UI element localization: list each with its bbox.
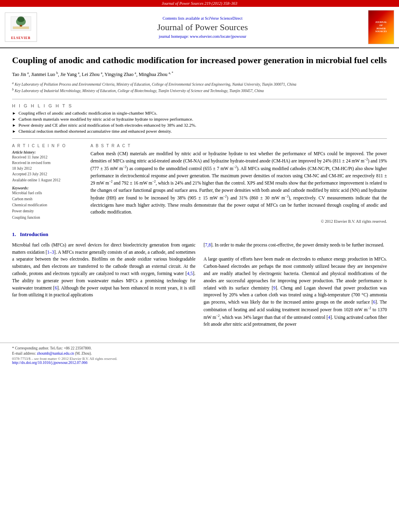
keywords-label: Keywords: [12, 186, 82, 190]
ref-6[interactable]: 6 [55, 286, 57, 290]
email-label: E-mail address: [12, 351, 37, 355]
cover-title-2: OF [375, 24, 387, 27]
highlight-arrow-1: ► [12, 111, 16, 115]
journal-cover-box: JOURNAL OF POWER SOURCES [368, 10, 394, 44]
elsevier-tree-icon [9, 14, 33, 35]
author-minghua-zhou: Minghua Zhou a, * [139, 72, 173, 77]
elsevier-brand-text: ELSEVIER [7, 36, 35, 40]
divider-after-affiliations [12, 99, 387, 99]
issn-text: 0378-7753/$ – see front matter © 2012 El… [12, 357, 117, 361]
received-date: Received 11 June 2012 [12, 154, 82, 160]
journal-cover-image: JOURNAL OF POWER SOURCES [368, 10, 394, 44]
authors-line: Tao Jin a, Jianmei Luo b, Jie Yang a, Le… [12, 71, 387, 78]
homepage-link-text[interactable]: www.elsevier.com/locate/jpowsour [190, 34, 246, 39]
sciverse-link[interactable]: Contents lists available at SciVerse Sci… [37, 16, 368, 21]
author-lei-zhou: Lei Zhou a, [82, 72, 104, 77]
cover-title-4: SOURCES [375, 30, 387, 33]
highlight-arrow-4: ► [12, 129, 16, 134]
svg-rect-4 [13, 27, 29, 29]
article-info-title: A R T I C L E I N F O [12, 144, 82, 148]
footer-area: * Corresponding author. Tel./fax: +86 22… [0, 343, 399, 365]
journal-header-center: Contents lists available at SciVerse Sci… [37, 16, 368, 39]
ref-4-5[interactable]: 4,5 [187, 271, 193, 276]
keywords-block: Keywords: Microbial fuel cells Carbon me… [12, 186, 82, 221]
accepted-date: Accepted 23 July 2012 [12, 171, 82, 177]
intro-left-col: Microbial fuel cells (MFCs) are novel de… [12, 242, 195, 328]
author-jie-yang: Jie Yang a, [60, 72, 82, 77]
abstract-title: A B S T R A C T [90, 144, 387, 148]
journal-title: Journal of Power Sources [37, 22, 368, 33]
affiliation-a: a Key Laboratory of Pollution Process an… [12, 81, 387, 87]
sciverse-link-text[interactable]: SciVerse ScienceDirect [205, 16, 243, 21]
author-jianmei-luo: Jianmei Luo b, [31, 72, 60, 77]
doi-line: http://dx.doi.org/10.1016/j.jpowsour.201… [12, 361, 387, 365]
email-footnote: E-mail address: zhoumh@nankai.edu.cn (M.… [12, 351, 387, 355]
elsevier-logo: ELSEVIER [5, 12, 37, 42]
journal-citation-bar: Journal of Power Sources 219 (2012) 358–… [0, 0, 399, 7]
introduction-body-columns: Microbial fuel cells (MFCs) are novel de… [12, 242, 387, 328]
highlight-item-1: ► Coupling effect of anodic and cathodic… [12, 111, 387, 115]
keyword-2: Carbon mesh [12, 196, 82, 202]
section-1-title: 1. Introduction [12, 231, 387, 238]
corresponding-author-note: * Corresponding author. Tel./fax: +86 22… [12, 346, 387, 350]
highlights-title: H I G H L I G H T S [12, 103, 387, 108]
email-link[interactable]: zhoumh@nankai.edu.cn [37, 351, 74, 355]
highlight-item-4: ► Chemical reduction method shortened ac… [12, 129, 387, 134]
article-title: Coupling of anodic and cathodic modifica… [12, 55, 387, 66]
journal-citation-text: Journal of Power Sources 219 (2012) 358–… [162, 1, 237, 6]
highlight-arrow-3: ► [12, 123, 16, 127]
svg-point-2 [17, 16, 25, 22]
highlight-text-4: Chemical reduction method shortened accu… [19, 129, 172, 134]
section-1-number: 1. [12, 231, 16, 237]
section-1-heading: Introduction [20, 231, 49, 237]
intro-right-col: [7,8]. In order to make the process cost… [204, 242, 387, 328]
ref-1-3[interactable]: 1–3 [47, 250, 54, 255]
journal-homepage[interactable]: journal homepage: www.elsevier.com/locat… [37, 34, 368, 39]
cover-title: JOURNAL [375, 21, 387, 24]
received-revised-label: Received in revised form [12, 160, 82, 166]
author-yingying-zhao: Yingying Zhao a, [105, 72, 139, 77]
ref-6b[interactable]: 6 [373, 300, 376, 304]
main-content: Coupling of anodic and cathodic modifica… [0, 48, 399, 335]
highlights-section: H I G H L I G H T S ► Coupling effect of… [12, 103, 387, 134]
affiliation-b: b Key Laboratory of Industrial Microbiol… [12, 87, 387, 94]
copyright-line: © 2012 Elsevier B.V. All rights reserved… [90, 219, 387, 224]
history-label: Article history: [12, 150, 82, 154]
ref-9[interactable]: 9 [273, 286, 276, 290]
author-tao-jin: Tao Jin a, [12, 72, 31, 77]
article-info-column: A R T I C L E I N F O Article history: R… [12, 144, 82, 224]
available-date: Available online 1 August 2012 [12, 177, 82, 183]
received-revised-date: 18 July 2012 [12, 166, 82, 171]
cover-title-3: POWER [375, 27, 387, 31]
keyword-4: Power density [12, 208, 82, 214]
keyword-3: Chemical modification [12, 202, 82, 208]
highlight-text-3: Power density and CE after nitric acid m… [19, 123, 196, 127]
affiliations: a Key Laboratory of Pollution Process an… [12, 81, 387, 94]
abstract-column: A B S T R A C T Carbon mesh (CM) materia… [90, 144, 387, 224]
article-history-block: Article history: Received 11 June 2012 R… [12, 150, 82, 183]
highlight-text-1: Coupling effect of anodic and cathodic m… [19, 111, 157, 115]
highlight-text-2: Carbon mesh materials were modified by n… [19, 117, 193, 121]
doi-link[interactable]: http://dx.doi.org/10.1016/j.jpowsour.201… [12, 361, 87, 365]
journal-header: ELSEVIER Contents lists available at Sci… [0, 7, 399, 48]
elsevier-logo-box: ELSEVIER [5, 12, 37, 42]
section-introduction: 1. Introduction Microbial fuel cells (MF… [12, 231, 387, 328]
ref-7-8[interactable]: 7,8 [205, 242, 211, 247]
divider-after-highlights [12, 138, 387, 139]
sciverse-prefix: Contents lists available at [162, 16, 205, 21]
keyword-5: Coupling function [12, 215, 82, 221]
ref-4b[interactable]: 4 [328, 314, 331, 319]
highlight-item-2: ► Carbon mesh materials were modified by… [12, 117, 387, 121]
article-info-abstract-columns: A R T I C L E I N F O Article history: R… [12, 144, 387, 224]
keyword-1: Microbial fuel cells [12, 190, 82, 196]
issn-line: 0378-7753/$ – see front matter © 2012 El… [12, 357, 387, 361]
abstract-text: Carbon mesh (CM) materials are modified … [90, 150, 387, 216]
highlight-arrow-2: ► [12, 117, 16, 121]
homepage-prefix: journal homepage: [159, 34, 190, 39]
highlight-item-3: ► Power density and CE after nitric acid… [12, 123, 387, 127]
corresponding-text: * Corresponding author. Tel./fax: +86 22… [12, 346, 92, 350]
email-suffix: (M. Zhou). [75, 351, 92, 355]
